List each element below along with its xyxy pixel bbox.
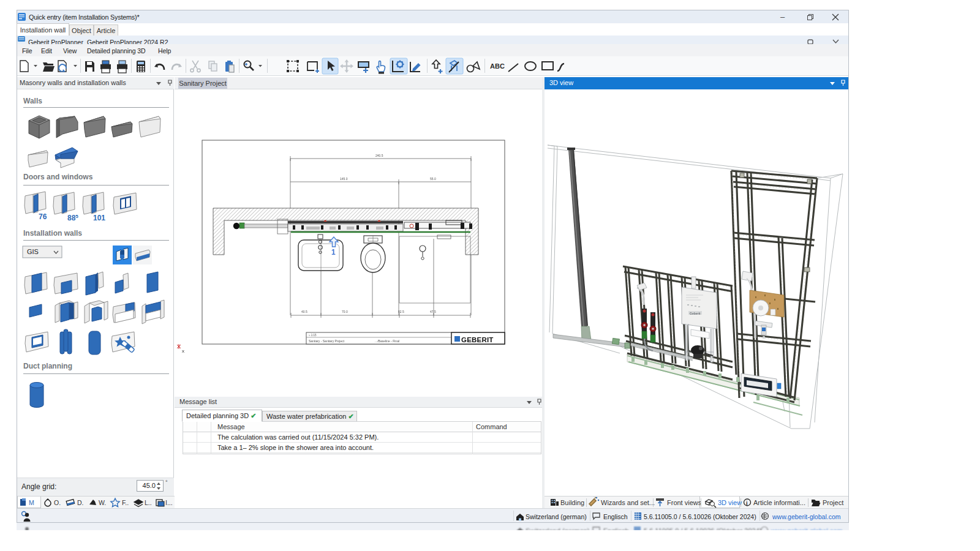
svg-text:47.5: 47.5 [430, 310, 436, 313]
svg-text:Englisch: Englisch [603, 513, 628, 520]
svg-text:5.6.11005.0 / 5.6.10026 (Oktob: 5.6.11005.0 / 5.6.10026 (Oktober 2024) [644, 513, 756, 520]
svg-text:Englisch: Englisch [603, 527, 629, 530]
svg-text:885: 885 [67, 214, 78, 222]
svg-text:i: i [746, 500, 748, 506]
svg-text:GEBERIT: GEBERIT [461, 336, 494, 343]
svg-text:101: 101 [93, 214, 105, 222]
svg-text:W.: W. [99, 499, 106, 506]
svg-text:Wizards and set...: Wizards and set... [601, 499, 655, 506]
svg-text:I...: I... [165, 499, 173, 506]
svg-text:.../Baseline - Final: .../Baseline - Final [375, 339, 399, 343]
svg-text:3D view: 3D view [718, 499, 742, 506]
svg-text:Sanitary - Sanitary Project: Sanitary - Sanitary Project [309, 339, 345, 343]
svg-text:Switzerland (german): Switzerland (german) [526, 513, 587, 520]
svg-text:76: 76 [39, 212, 47, 221]
svg-text:40.5: 40.5 [301, 310, 307, 313]
svg-text:ABC: ABC [490, 62, 505, 70]
svg-text:L..: L.. [145, 499, 152, 506]
svg-text:70.0: 70.0 [342, 310, 348, 313]
svg-text:GIS: GIS [27, 248, 39, 255]
svg-text:1: 1 [331, 248, 336, 257]
svg-text:Duct planning: Duct planning [23, 362, 72, 370]
svg-text:5.6.11005.0 / 5.6.10026 (Oktob: 5.6.11005.0 / 5.6.10026 (Oktober 2024) [644, 527, 761, 530]
svg-text:Walls: Walls [23, 97, 42, 105]
svg-text:Geberit: Geberit [690, 312, 701, 315]
svg-text:Project: Project [823, 499, 843, 506]
svg-text:O.: O. [54, 499, 61, 506]
svg-text:Doors and windows: Doors and windows [23, 173, 93, 181]
svg-text:≈ 1:15: ≈ 1:15 [309, 334, 317, 337]
svg-text:Building: Building [560, 499, 584, 506]
svg-text:145.0: 145.0 [340, 177, 348, 181]
svg-text:F..: F.. [122, 499, 129, 506]
svg-text:Front views: Front views [667, 499, 702, 506]
svg-text:Installation walls: Installation walls [23, 229, 82, 238]
svg-text:Switzerland (german): Switzerland (german) [526, 527, 590, 530]
svg-text:x: x [182, 348, 184, 354]
svg-text:Article informati...: Article informati... [753, 499, 805, 506]
svg-text:www.geberit-global.com: www.geberit-global.com [772, 513, 841, 520]
svg-text:M: M [29, 499, 34, 506]
svg-text:55.0: 55.0 [430, 177, 436, 181]
svg-text:www.geberit-global.com: www.geberit-global.com [771, 527, 843, 530]
svg-text:82.5: 82.5 [398, 310, 404, 313]
svg-text:D.: D. [77, 499, 84, 506]
svg-text:240.5: 240.5 [375, 154, 383, 157]
